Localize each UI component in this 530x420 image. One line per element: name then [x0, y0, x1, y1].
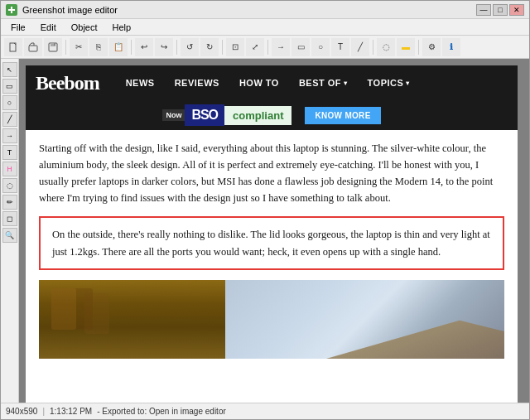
line-draw-button[interactable]: ╱	[351, 38, 369, 56]
undo-tool-button[interactable]: ↩	[135, 38, 153, 56]
text-draw-button[interactable]: T	[331, 38, 349, 56]
left-toolbox: ↖ ▭ ○ ╱ → T H ◌ ✏ ◻ 🔍	[1, 59, 19, 403]
ad-brand-label: BSO	[185, 104, 224, 126]
status-separator: |	[42, 407, 45, 416]
toolbox-line[interactable]: ╱	[2, 112, 17, 127]
redo-tool-button[interactable]: ↪	[155, 38, 173, 56]
application-window: Greenshot image editor — □ ✕ File Edit O…	[0, 0, 530, 420]
beebom-logo: Beebom	[36, 72, 99, 94]
toolbox-ellipse[interactable]: ○	[2, 95, 17, 110]
toolbar-sep-1	[65, 40, 66, 55]
rotate-left-button[interactable]: ↺	[181, 38, 199, 56]
resize-button[interactable]: ⤢	[246, 38, 264, 56]
toolbar-sep-4	[222, 40, 223, 55]
toolbox-highlight[interactable]: H	[2, 162, 17, 176]
nav-reviews: REVIEWS	[165, 65, 229, 100]
image-canvas: Beebom NEWS REVIEWS HOW TO BEST OF ▾ TOP…	[26, 65, 518, 403]
nav-news: NEWS	[116, 65, 165, 100]
toolbar-sep-5	[267, 40, 268, 55]
svg-rect-7	[54, 43, 55, 46]
toolbox-pencil[interactable]: ✏	[2, 195, 17, 210]
ad-cta-button[interactable]: KNOW MORE	[305, 107, 380, 124]
rect-draw-button[interactable]: ▭	[292, 38, 310, 56]
save-tool-button[interactable]	[44, 38, 62, 56]
toolbar-sep-2	[131, 40, 132, 55]
title-bar: Greenshot image editor — □ ✕	[1, 1, 529, 19]
article-main-text: Starting off with the design, like I sai…	[39, 140, 504, 206]
maximize-button[interactable]: □	[493, 4, 508, 16]
toolbar-sep-7	[418, 40, 419, 55]
app-icon	[6, 4, 17, 16]
info-button[interactable]: ℹ	[442, 38, 460, 56]
status-bar: 940x590 | 1:13:12 PM - Exported to: Open…	[1, 403, 529, 419]
menu-object[interactable]: Object	[65, 21, 104, 34]
menu-help[interactable]: Help	[106, 21, 138, 34]
canvas-area[interactable]: Beebom NEWS REVIEWS HOW TO BEST OF ▾ TOP…	[19, 59, 529, 403]
window-controls: — □ ✕	[476, 4, 524, 16]
new-tool-button[interactable]	[4, 38, 22, 56]
nav-items: NEWS REVIEWS HOW TO BEST OF ▾ TOPICS ▾	[116, 65, 420, 100]
toolbox-select[interactable]: ↖	[2, 62, 17, 77]
main-toolbar: ✂ ⎘ 📋 ↩ ↪ ↺ ↻ ⊡ ⤢ → ▭ ○ T ╱ ◌ ▬ ⚙ ℹ	[1, 36, 529, 59]
toolbox-zoom[interactable]: 🔍	[2, 228, 17, 243]
blur-button[interactable]: ◌	[377, 38, 395, 56]
ellipse-draw-button[interactable]: ○	[311, 38, 330, 56]
highlight-box: On the outside, there's really nothing t…	[39, 216, 504, 270]
topics-arrow: ▾	[406, 80, 410, 87]
open-tool-button[interactable]	[24, 38, 42, 56]
highlight-button[interactable]: ▬	[397, 38, 415, 56]
toolbox-rect[interactable]: ▭	[2, 79, 17, 94]
toolbar-sep-3	[176, 40, 177, 55]
close-button[interactable]: ✕	[509, 4, 524, 16]
toolbar-sep-6	[373, 40, 373, 55]
nav-topics: TOPICS ▾	[358, 65, 420, 100]
toolbox-arrow[interactable]: →	[2, 128, 17, 143]
menu-file[interactable]: File	[4, 21, 32, 34]
toolbox-blur[interactable]: ◌	[2, 178, 17, 193]
copy-tool-button[interactable]: ⎘	[89, 38, 108, 56]
main-area: ↖ ▭ ○ ╱ → T H ◌ ✏ ◻ 🔍 Beebom NEWS REVIEW…	[1, 59, 529, 403]
ad-banner: Now BSO compliant KNOW MORE	[26, 100, 518, 130]
nav-bestof: BEST OF ▾	[289, 65, 358, 100]
highlight-box-text: On the outside, there's really nothing t…	[52, 226, 491, 260]
window-title: Greenshot image editor	[22, 5, 118, 15]
ad-compliant-label: compliant	[224, 106, 292, 125]
toolbox-text[interactable]: T	[2, 145, 17, 160]
crop-button[interactable]: ⊡	[226, 38, 244, 56]
article-image-left	[39, 280, 225, 359]
minimize-button[interactable]: —	[476, 4, 491, 16]
status-timestamp: 1:13:12 PM	[50, 407, 92, 416]
svg-rect-4	[29, 46, 37, 51]
menu-edit[interactable]: Edit	[34, 21, 63, 34]
beebom-navbar: Beebom NEWS REVIEWS HOW TO BEST OF ▾ TOP…	[26, 65, 518, 100]
svg-rect-1	[11, 7, 12, 13]
title-bar-left: Greenshot image editor	[6, 4, 118, 16]
article-image	[39, 280, 504, 359]
menu-bar: File Edit Object Help	[1, 19, 529, 36]
cut-tool-button[interactable]: ✂	[70, 38, 88, 56]
bestof-arrow: ▾	[344, 80, 348, 87]
article-image-right	[225, 280, 504, 359]
toolbox-eraser[interactable]: ◻	[2, 211, 17, 226]
settings-button[interactable]: ⚙	[422, 38, 441, 56]
status-dimensions: 940x590	[6, 407, 37, 416]
rotate-right-button[interactable]: ↻	[200, 38, 219, 56]
nav-howto: HOW TO	[229, 65, 289, 100]
ad-now-label: Now	[162, 109, 185, 121]
status-export-info: - Exported to: Open in image editor	[97, 407, 226, 416]
paste-tool-button[interactable]: 📋	[109, 38, 128, 56]
arrow-draw-button[interactable]: →	[272, 38, 290, 56]
article-content: Starting off with the design, like I sai…	[26, 130, 518, 369]
